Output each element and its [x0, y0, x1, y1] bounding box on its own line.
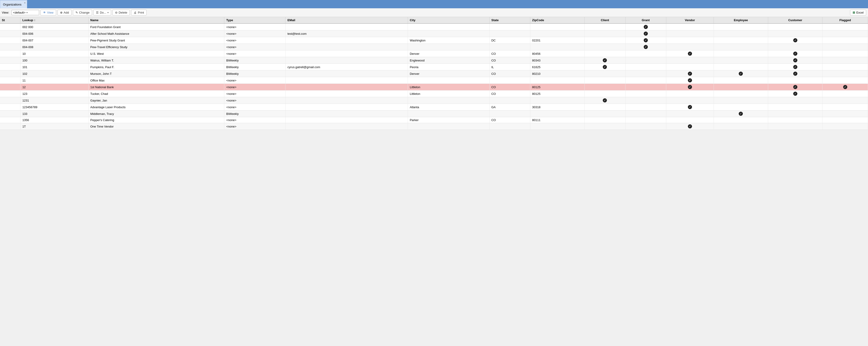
do-button[interactable]: ☰ Do... ▾ [93, 10, 111, 16]
col-header-client[interactable]: Client [585, 17, 625, 24]
table-row[interactable]: 101Pumpkins, Paul F.BiWeeklycyrus.gatrel… [0, 64, 868, 70]
view-select-arrow: ▾ [27, 11, 28, 14]
check-icon: ✓ [688, 71, 692, 76]
pencil-icon: ✎ [75, 11, 78, 14]
check-icon: ✓ [688, 105, 692, 109]
check-icon: ✓ [793, 85, 797, 89]
check-icon: ✓ [603, 65, 607, 69]
check-icon: ✓ [793, 58, 797, 62]
view-select[interactable]: <default> ▾ [11, 10, 39, 15]
title-bar: Organizations × [0, 0, 868, 8]
check-icon: ✓ [688, 78, 692, 82]
col-header-name[interactable]: Name [88, 17, 224, 24]
table-row[interactable]: 102Munson, John TBiWeeklyDenverCO80210✓✓… [0, 70, 868, 77]
table-row[interactable]: 004-007Pew-Pigment Study Grant<none>Wash… [0, 37, 868, 44]
tab-label: Organizations [3, 3, 21, 6]
check-icon: ✓ [644, 38, 648, 42]
do-dropdown-arrow: ▾ [107, 11, 108, 14]
lines-icon: ☰ [96, 11, 99, 14]
view-button[interactable]: 👁 View [40, 10, 56, 16]
table-row[interactable]: 121st National Bank<none>LittletonCO8012… [0, 84, 868, 90]
check-icon: ✓ [739, 112, 743, 116]
table-row[interactable]: 002 000Ford Foundation Grant<none>✓ [0, 24, 868, 30]
table-row[interactable]: 1231Gaynier, Jan<none>✓ [0, 97, 868, 104]
check-icon: ✓ [793, 65, 797, 69]
table-row[interactable]: 11Office Max<none>✓ [0, 77, 868, 84]
print-button-label: Print [138, 11, 144, 14]
add-button-label: Add [64, 11, 69, 14]
organizations-table: St Lookup ↑ Name Type EMail City State Z… [0, 17, 868, 130]
col-header-city[interactable]: City [408, 17, 490, 24]
check-icon: ✓ [688, 124, 692, 128]
check-icon: ✓ [644, 25, 648, 29]
delete-button-label: Delete [119, 11, 127, 14]
col-header-st[interactable]: St [0, 17, 21, 24]
check-icon: ✓ [603, 98, 607, 103]
minus-circle-icon: ⊖ [115, 11, 118, 14]
view-label: View: [2, 11, 9, 14]
check-icon: ✓ [603, 58, 607, 62]
col-header-lookup[interactable]: Lookup ↑ [21, 17, 88, 24]
check-icon: ✓ [644, 45, 648, 49]
check-icon: ✓ [644, 32, 648, 36]
col-header-grant[interactable]: Grant [625, 17, 666, 24]
table-row[interactable]: 10U.S. West<none>DenverCO80456✓✓ [0, 50, 868, 57]
col-header-zip[interactable]: ZipCode [530, 17, 585, 24]
col-header-state[interactable]: State [489, 17, 530, 24]
delete-button[interactable]: ⊖ Delete [113, 10, 130, 16]
check-icon: ✓ [793, 38, 797, 42]
excel-button-label: Excel [856, 11, 864, 14]
table-row[interactable]: 1TOne Time Vendor<none>✓ [0, 123, 868, 130]
check-icon: ✓ [793, 92, 797, 96]
change-button-label: Change [79, 11, 90, 14]
check-icon: ✓ [688, 52, 692, 56]
table-container: St Lookup ↑ Name Type EMail City State Z… [0, 17, 868, 130]
check-icon: ✓ [793, 52, 797, 56]
close-tab-button[interactable]: × [24, 1, 26, 4]
excel-button[interactable]: ⊞ Excel [850, 10, 866, 16]
table-row[interactable]: 004-008Pew-Travel Efficiency Study<none>… [0, 44, 868, 50]
check-icon: ✓ [843, 85, 847, 89]
table-row[interactable]: 123Tucker, Chad<none>LittletonCO80125✓ [0, 90, 868, 97]
col-header-employee[interactable]: Employee [714, 17, 768, 24]
add-button[interactable]: ⊕ Add [58, 10, 71, 16]
table-row[interactable]: 004-006After School Math Assistance<none… [0, 30, 868, 37]
toolbar: View: <default> ▾ 👁 View ⊕ Add ✎ Change … [0, 8, 868, 17]
view-button-label: View [47, 11, 54, 14]
table-row[interactable]: 133Middleman, TracyBiWeekly✓ [0, 111, 868, 117]
check-icon: ✓ [739, 71, 743, 76]
change-button[interactable]: ✎ Change [73, 10, 92, 16]
view-select-value: <default> [13, 11, 26, 14]
col-header-email[interactable]: EMail [285, 17, 408, 24]
plus-circle-icon: ⊕ [60, 11, 63, 14]
eye-icon: 👁 [43, 11, 46, 14]
table-header-row: St Lookup ↑ Name Type EMail City State Z… [0, 17, 868, 24]
col-header-type[interactable]: Type [224, 17, 285, 24]
do-button-label: Do... [100, 11, 106, 14]
table-row[interactable]: 123456789Advantage Laser Products<none>A… [0, 104, 868, 111]
organizations-tab[interactable]: Organizations × [0, 0, 27, 8]
table-row[interactable]: 1356Pepper's Catering<none>ParkerCO80111 [0, 117, 868, 123]
col-header-customer[interactable]: Customer [768, 17, 823, 24]
col-header-vendor[interactable]: Vendor [666, 17, 714, 24]
excel-icon: ⊞ [852, 11, 855, 14]
printer-icon: 🖨 [134, 11, 137, 14]
print-button[interactable]: 🖨 Print [131, 10, 147, 16]
table-row[interactable]: 100Walrus, William T.BiWeeklyEnglewoodCO… [0, 57, 868, 64]
check-icon: ✓ [793, 71, 797, 76]
check-icon: ✓ [688, 85, 692, 89]
col-header-flagged[interactable]: Flagged [823, 17, 868, 24]
